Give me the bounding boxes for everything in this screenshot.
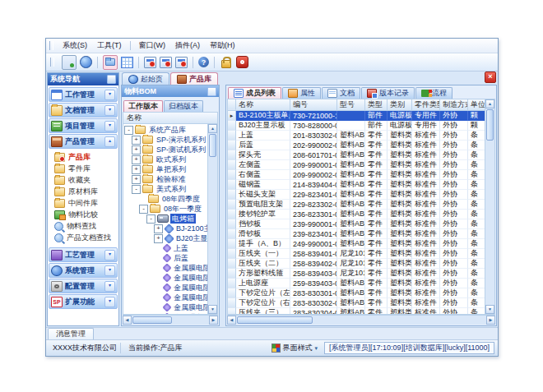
tab-属性[interactable]: 属性: [282, 87, 321, 99]
tree-node-上盖[interactable]: 上盖: [123, 243, 207, 253]
table-row[interactable]: 上电源座259-839403-00I塑料ABS零件塑料类标准件外协条: [228, 279, 485, 288]
scroll-down-icon[interactable]: ▼: [208, 305, 217, 314]
web-icon[interactable]: [80, 56, 92, 68]
column-header-类别[interactable]: 类别: [388, 99, 412, 110]
table-row[interactable]: 预置电阻支架229-823302-00I塑料ABS零件塑料类标准件外协条: [228, 200, 485, 210]
scroll-right-icon[interactable]: ▶: [209, 316, 218, 325]
tree-node-金属膜电阻器[interactable]: 金属膜电阻器: [123, 263, 207, 273]
tree-node-金属膜电阻器[interactable]: 金属膜电阻器: [123, 302, 207, 312]
table-row[interactable]: 滑钞板239-823401-00I塑料ABS零件塑料类标准件外协条: [228, 229, 485, 239]
tab-版本记录[interactable]: 版本记录: [361, 87, 415, 99]
sidebar-item-中间件库[interactable]: 中间件库: [49, 197, 118, 209]
tree-horizontal-scrollbar[interactable]: ◀ ▶: [123, 315, 218, 325]
datagrid-icon[interactable]: [121, 57, 133, 68]
scroll-up-icon[interactable]: ▲: [485, 99, 494, 108]
table-row[interactable]: ▸BJ-2100主板单点730-721000-12I部件电源板专用件外协颗: [228, 111, 485, 121]
tree-node-电烤箱[interactable]: -电烤箱: [123, 214, 207, 224]
table-row[interactable]: 挡钞板239-990001-01I塑料ABS零件塑料类标准件外协条: [228, 219, 485, 229]
table-vscroll-thumb[interactable]: [486, 109, 494, 141]
scroll-right-icon[interactable]: ▶: [486, 316, 495, 325]
tree-hscroll-thumb[interactable]: [132, 316, 172, 324]
chevron-down-icon[interactable]: ▾: [104, 297, 115, 307]
table-row[interactable]: 磁钢盖214-839404-01I塑料ABS零件塑料类标准件外协条: [228, 180, 485, 190]
tree-node-后盖[interactable]: 后盖: [123, 253, 207, 263]
sidebar-group-工艺管理[interactable]: 工艺管理▾: [49, 247, 118, 262]
tree-node-系统产品库[interactable]: -系统产品库: [123, 125, 207, 135]
table-row[interactable]: 探头壳208-601701-01I塑料ABS零件塑料类标准件外协条: [228, 150, 485, 160]
table-row[interactable]: 压线夹（二）258-839402-00I尼龙1010零件塑料类标准件外协条: [228, 259, 485, 269]
table-horizontal-scrollbar[interactable]: ◀ ▶: [227, 315, 495, 325]
column-header-型号[interactable]: 型号: [337, 99, 365, 110]
tree-node-金属膜电阻器[interactable]: 金属膜电阻器: [123, 312, 207, 314]
expand-icon[interactable]: +: [132, 136, 141, 145]
column-header-编号[interactable]: 编号: [290, 99, 337, 110]
sidebar-item-收藏夹[interactable]: 收藏夹: [49, 174, 118, 186]
tree-node-08年四季度[interactable]: 08年四季度: [123, 194, 207, 204]
sidebar-item-产品文档查找[interactable]: 产品文档查找: [49, 232, 118, 243]
tree-vertical-scrollbar[interactable]: ▲ ▼: [207, 124, 217, 314]
column-header-制造方式[interactable]: 制造方式: [440, 99, 468, 110]
tab-文档[interactable]: 文档: [322, 87, 360, 99]
scroll-left-icon[interactable]: ◀: [227, 316, 236, 325]
collapse-icon[interactable]: -: [124, 126, 133, 135]
tree-node-金属膜电阻器[interactable]: 金属膜电阻器: [123, 293, 207, 302]
column-header-零件类型[interactable]: 零件类型: [412, 99, 440, 110]
workspace-icon[interactable]: [62, 55, 77, 70]
menu-item[interactable]: 工具(T): [92, 39, 127, 52]
chevron-down-icon[interactable]: ▾: [104, 265, 115, 276]
tree-node-BJ20主显示板[interactable]: +BJ20主显示板: [123, 233, 207, 243]
tab-归档版本[interactable]: 归档版本: [164, 100, 203, 112]
table-row[interactable]: 方形塑料线箍258-839403-00I尼龙1010零件塑料类标准件外协条: [228, 269, 485, 279]
menu-item[interactable]: 插件(A): [170, 39, 205, 52]
chevron-down-icon[interactable]: ▾: [104, 105, 115, 116]
tab-工作版本[interactable]: 工作版本: [123, 100, 163, 112]
tree-node-金属膜电阻器[interactable]: 金属膜电阻器: [123, 283, 207, 293]
tree-node-检验标准[interactable]: +检验标准: [123, 174, 207, 184]
tab-产品库[interactable]: 产品库: [170, 72, 218, 85]
lock-icon[interactable]: [220, 56, 233, 69]
expand-icon[interactable]: +: [132, 155, 141, 164]
table-row[interactable]: 长磁头支架229-823401-00I塑料ABS零件塑料类标准件外协条: [228, 190, 485, 200]
sidebar-group-文档管理[interactable]: 文档管理▾: [49, 103, 118, 118]
bom-pin-icon[interactable]: [207, 87, 216, 96]
collapse-icon[interactable]: -: [146, 214, 155, 224]
tab-成员列表[interactable]: 成员列表: [228, 87, 281, 99]
scroll-left-icon[interactable]: ◀: [123, 316, 132, 325]
expand-icon[interactable]: +: [154, 224, 163, 233]
sidebar-group-工作管理[interactable]: 工作管理▾: [49, 87, 118, 102]
help-icon[interactable]: [198, 57, 209, 67]
sidebar-item-物料查找[interactable]: 物料查找: [49, 220, 118, 232]
tree-node-08年一季度[interactable]: -08年一季度: [123, 204, 207, 214]
expand-icon[interactable]: +: [154, 234, 163, 243]
tree-vscroll-thumb[interactable]: [209, 134, 216, 157]
tree-node-美式系列[interactable]: -美式系列: [123, 184, 207, 194]
chevron-down-icon[interactable]: ▾: [104, 90, 115, 100]
window-new-icon[interactable]: [144, 57, 156, 68]
table-row[interactable]: 提手（A、B）249-990001-01I塑料ABS零件塑料类标准件外协条: [228, 239, 485, 249]
tree-node-金属膜电阻器[interactable]: 金属膜电阻器: [123, 273, 207, 283]
tab-起始页[interactable]: 起始页: [122, 72, 169, 85]
table-row[interactable]: 接钞轮护罩236-823301-00I塑料ABS零件塑料类标准件外协条: [228, 210, 485, 219]
sidebar-item-产品库[interactable]: 产品库: [49, 151, 118, 163]
sidebar-pin-icon[interactable]: [107, 75, 116, 84]
menu-item[interactable]: 窗口(W): [134, 39, 171, 52]
tree-node-BJ-2100主板单点[interactable]: +BJ-2100主板单点: [123, 224, 207, 233]
table-row[interactable]: 压线夹（一）258-839401-00I尼龙1010零件塑料类标准件外协条: [228, 249, 485, 259]
table-row[interactable]: 压线夹（三）283-830304-00I塑料ABS零件塑料类标准件外协条: [228, 308, 485, 314]
menu-item[interactable]: 帮助(H): [205, 39, 240, 52]
sidebar-group-产品管理[interactable]: 产品管理▴: [49, 134, 118, 149]
chevron-down-icon[interactable]: ▾: [104, 121, 115, 131]
window-config-icon[interactable]: [160, 57, 172, 68]
table-hscroll-thumb[interactable]: [237, 316, 313, 324]
chevron-down-icon[interactable]: ▾: [104, 281, 115, 292]
tab-message-management[interactable]: 消息管理: [48, 328, 94, 339]
column-header-名称[interactable]: 名称: [236, 99, 290, 110]
sidebar-group-系统管理[interactable]: 系统管理▾: [49, 263, 118, 278]
chevron-up-icon[interactable]: ▴: [104, 136, 115, 147]
table-row[interactable]: 下钞定位片（右）283-830302-00I塑料ABS零件塑料类标准件外协条: [228, 298, 485, 308]
column-header-类型[interactable]: 类型: [365, 99, 388, 110]
sidebar-item-原材料库[interactable]: 原材料库: [49, 186, 118, 197]
table-row[interactable]: 左侧盖209-990001-01I塑料ABS零件塑料类标准件外协条: [228, 160, 485, 170]
sidebar-group-配置管理[interactable]: 配置管理▾: [49, 279, 118, 293]
tree-node-SP-演示机系列[interactable]: +SP-演示机系列: [123, 135, 207, 145]
